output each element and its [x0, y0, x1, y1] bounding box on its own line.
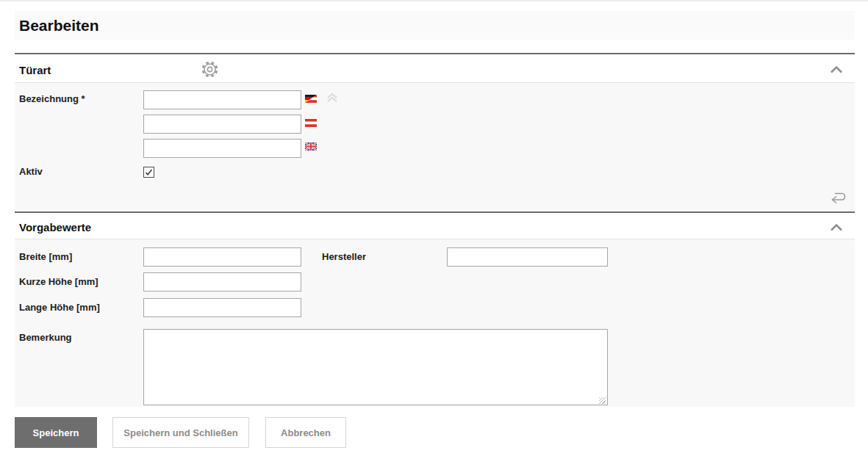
page-title-bar	[15, 11, 855, 40]
divider-dark	[15, 211, 855, 213]
breite-label: Breite [mm]	[19, 251, 72, 262]
undo-arrow-icon	[828, 196, 848, 207]
settings-button[interactable]	[201, 60, 219, 79]
revert-button[interactable]	[828, 189, 848, 205]
gear-icon	[201, 70, 219, 81]
bezeichnung-label: Bezeichnung *	[19, 93, 85, 104]
lange-hoehe-input[interactable]	[143, 298, 301, 317]
flag-germany-austria-icon	[305, 95, 317, 103]
textarea-resize-handle[interactable]	[599, 397, 606, 404]
collapse-section-tuerart-button[interactable]	[829, 63, 844, 75]
save-button[interactable]: Speichern	[15, 417, 97, 448]
save-and-close-button[interactable]: Speichern und Schließen	[112, 417, 249, 448]
aktiv-checkbox[interactable]	[143, 167, 154, 178]
flag-united-kingdom-icon	[305, 142, 317, 151]
lange-hoehe-label: Lange Höhe [mm]	[19, 302, 100, 313]
kurze-hoehe-label: Kurze Höhe [mm]	[19, 276, 98, 287]
bemerkung-textarea[interactable]	[143, 329, 608, 405]
aktiv-label: Aktiv	[19, 166, 43, 177]
bezeichnung-input-at[interactable]	[143, 115, 301, 134]
kurze-hoehe-input[interactable]	[143, 272, 301, 292]
page-title: Bearbeiten	[19, 17, 99, 35]
section-body-tuerart	[15, 83, 855, 211]
chevron-up-icon	[829, 66, 844, 77]
bezeichnung-input-en[interactable]	[143, 139, 301, 158]
hersteller-label: Hersteller	[322, 251, 366, 262]
edit-form-page: Bearbeiten Türart Bezeichnung *	[0, 0, 868, 456]
section-title-vorgabewerte: Vorgabewerte	[19, 221, 91, 234]
collapse-section-vorgabewerte-button[interactable]	[829, 221, 844, 233]
section-title-tuerart: Türart	[19, 64, 51, 76]
breite-input[interactable]	[143, 247, 301, 267]
hersteller-input[interactable]	[447, 247, 608, 267]
collapse-languages-icon	[325, 91, 340, 107]
checkmark-icon	[144, 167, 154, 177]
bezeichnung-input-de[interactable]	[143, 90, 301, 109]
flag-austria-icon	[305, 119, 317, 127]
cancel-button[interactable]: Abbrechen	[265, 417, 346, 448]
chevron-up-icon	[829, 224, 844, 235]
divider-dark	[15, 53, 855, 54]
bemerkung-label: Bemerkung	[19, 332, 72, 343]
